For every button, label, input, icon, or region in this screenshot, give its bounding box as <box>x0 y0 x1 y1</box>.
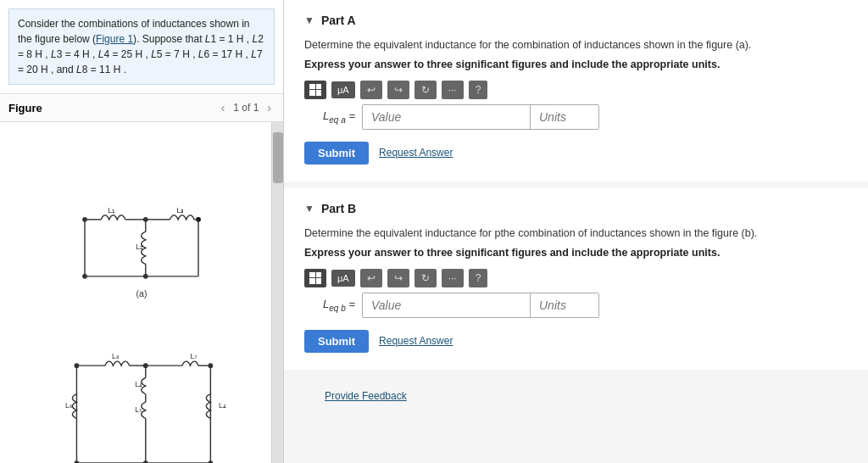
part-b-submit-button[interactable]: Submit <box>304 330 369 353</box>
next-figure-button[interactable]: › <box>264 99 275 116</box>
part-b-title: Part B <box>321 202 356 215</box>
provide-feedback-button[interactable]: Provide Feedback <box>304 382 427 410</box>
part-b-help-button[interactable]: ? <box>469 269 488 287</box>
part-a-toolbar: μA ↩ ↪ ↻ ··· ? <box>304 81 848 99</box>
svg-point-18 <box>82 274 87 279</box>
part-b-instruction: Express your answer to three significant… <box>304 247 848 259</box>
part-b-answer-row: Leq b = <box>304 293 848 318</box>
svg-text:L₂: L₂ <box>136 243 143 251</box>
problem-text-box: Consider the combinations of inductances… <box>8 8 275 85</box>
svg-text:L₄: L₄ <box>219 401 226 410</box>
part-b-mu-button[interactable]: μA <box>331 270 355 287</box>
part-a-more-button[interactable]: ··· <box>442 81 464 99</box>
part-b-description: Determine the equivalent inductance for … <box>304 226 848 242</box>
figure-nav: ‹ 1 of 1 › <box>218 99 275 116</box>
part-a-collapse-arrow[interactable]: ▼ <box>304 14 314 26</box>
part-a-button-row: Submit Request Answer <box>304 142 848 165</box>
part-b-matrix-button[interactable] <box>304 269 326 287</box>
part-a-label: Leq a = <box>304 109 355 125</box>
part-a-title: Part A <box>321 14 356 27</box>
part-a-undo-button[interactable]: ↩ <box>360 81 382 99</box>
part-a-header: ▼ Part A <box>304 14 848 27</box>
part-b-collapse-arrow[interactable]: ▼ <box>304 203 314 215</box>
part-b-answer-box <box>362 293 599 318</box>
grid-icon <box>309 84 321 96</box>
right-panel: ▼ Part A Determine the equivalent induct… <box>284 0 868 463</box>
part-a-refresh-button[interactable]: ↻ <box>415 81 437 99</box>
part-b-redo-button[interactable]: ↪ <box>387 269 409 287</box>
part-a-help-button[interactable]: ? <box>469 81 488 99</box>
grid-icon-b <box>309 272 321 284</box>
svg-text:L₆: L₆ <box>65 401 73 410</box>
part-b-more-button[interactable]: ··· <box>442 269 464 287</box>
part-b-value-input[interactable] <box>363 293 530 317</box>
part-b-toolbar: μA ↩ ↪ ↻ ··· ? <box>304 269 848 287</box>
part-b-section: ▼ Part B Determine the equivalent induct… <box>284 188 868 370</box>
part-a-request-button[interactable]: Request Answer <box>379 147 453 159</box>
feedback-section: Provide Feedback <box>284 377 868 419</box>
part-a-answer-box <box>362 104 599 130</box>
svg-text:L₄: L₄ <box>135 380 142 388</box>
part-a-description: Determine the equivalent inductance for … <box>304 37 848 53</box>
part-a-value-input[interactable] <box>363 105 530 129</box>
part-b-undo-button[interactable]: ↩ <box>360 269 382 287</box>
part-b-refresh-button[interactable]: ↻ <box>415 269 437 287</box>
svg-text:L₁: L₁ <box>108 206 115 215</box>
part-a-section: ▼ Part A Determine the equivalent induct… <box>284 0 868 181</box>
part-a-units-input[interactable] <box>530 105 599 129</box>
svg-text:L₈: L₈ <box>112 352 120 360</box>
figure-link[interactable]: Figure 1 <box>96 33 133 45</box>
part-b-header: ▼ Part B <box>304 202 848 215</box>
left-panel: Consider the combinations of inductances… <box>0 0 284 463</box>
part-b-units-input[interactable] <box>530 293 599 317</box>
svg-text:L₃: L₃ <box>177 206 185 215</box>
figure-page: 1 of 1 <box>233 102 259 114</box>
figure-title: Figure <box>8 102 42 114</box>
part-b-request-button[interactable]: Request Answer <box>379 335 453 347</box>
part-a-redo-button[interactable]: ↪ <box>387 81 409 99</box>
part-a-answer-row: Leq a = <box>304 104 848 130</box>
figure-area: (a) L₁ L₂ <box>0 122 283 463</box>
part-a-instruction: Express your answer to three significant… <box>304 59 848 70</box>
part-a-matrix-button[interactable] <box>304 81 326 99</box>
scrollbar[interactable] <box>271 122 283 463</box>
part-b-label: Leq b = <box>304 298 355 313</box>
svg-text:(a): (a) <box>136 288 147 298</box>
scroll-thumb <box>273 132 283 183</box>
part-a-mu-button[interactable]: μA <box>331 81 355 98</box>
part-a-submit-button[interactable]: Submit <box>304 142 369 165</box>
figure-header: Figure ‹ 1 of 1 › <box>0 93 283 122</box>
circuit-diagram: (a) L₁ L₂ <box>0 122 283 463</box>
part-b-button-row: Submit Request Answer <box>304 330 848 353</box>
svg-text:L₅: L₅ <box>135 405 142 414</box>
svg-text:L₇: L₇ <box>190 352 198 360</box>
prev-figure-button[interactable]: ‹ <box>218 99 229 116</box>
